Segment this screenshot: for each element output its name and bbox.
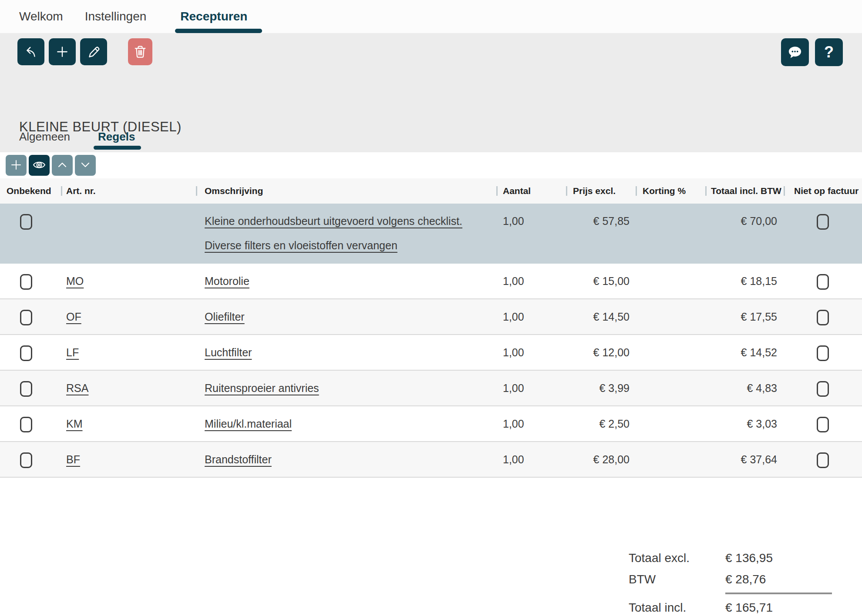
artnr-link[interactable]: OF (66, 311, 81, 323)
total-incl-row: Totaal incl. € 165,71 (629, 597, 832, 616)
niet-op-factuur-checkbox[interactable] (817, 310, 829, 325)
artnr-link[interactable]: RSA (66, 382, 88, 394)
omschrijving-link[interactable]: Luchtfilter (205, 346, 252, 358)
artnr-cell: KM (61, 406, 196, 441)
move-row-up-button[interactable] (52, 155, 73, 176)
total-excl-label: Totaal excl. (629, 551, 725, 565)
header-section: ? KLEINE BEURT (DIESEL) Algemeen Regels (0, 33, 862, 152)
table-row[interactable]: RSA Ruitensproeier antivries 1,00 € 3,99… (0, 371, 862, 406)
onbekend-checkbox[interactable] (20, 452, 32, 468)
aantal-cell: 1,00 (496, 406, 566, 441)
onbekend-checkbox[interactable] (20, 214, 32, 230)
artnr-link[interactable]: MO (66, 275, 84, 287)
chat-button[interactable] (781, 38, 809, 66)
subtab-algemeen[interactable]: Algemeen (19, 130, 70, 150)
omschrijving-cell: Brandstoffilter (196, 442, 496, 477)
onbekend-cell (0, 204, 61, 238)
question-mark-icon: ? (824, 43, 834, 61)
plus-icon (10, 159, 22, 172)
table-row[interactable]: Kleine onderhoudsbeurt uitgevoerd volgen… (0, 204, 862, 264)
korting-cell (636, 264, 705, 274)
chevron-up-icon (56, 159, 68, 172)
table-row[interactable]: MO Motorolie 1,00 € 15,00 € 18,15 (0, 264, 862, 299)
row-toolbar (0, 152, 862, 178)
omschrijving-cell: Oliefilter (196, 299, 496, 334)
niet-op-factuur-checkbox[interactable] (817, 345, 829, 361)
artnr-link[interactable]: LF (66, 346, 79, 358)
delete-button[interactable] (128, 38, 152, 65)
prijs-excl-cell: € 3,99 (566, 371, 636, 405)
subtab-regels[interactable]: Regels (98, 130, 135, 150)
omschrijving-link[interactable]: Oliefilter (205, 311, 245, 323)
aantal-cell: 1,00 (496, 371, 566, 405)
onbekend-checkbox[interactable] (20, 345, 32, 361)
plus-icon (55, 44, 70, 59)
korting-cell (636, 335, 705, 345)
totaal-incl-cell: € 4,83 (705, 371, 784, 405)
add-button[interactable] (49, 38, 76, 65)
onbekend-cell (0, 299, 61, 334)
artnr-cell: OF (61, 299, 196, 334)
omschrijving-link[interactable]: Kleine onderhoudsbeurt uitgevoerd volgen… (205, 215, 462, 251)
totaal-incl-cell: € 18,15 (705, 264, 784, 298)
korting-cell (636, 371, 705, 381)
niet-op-factuur-cell (784, 264, 862, 298)
column-header-aantal: Aantal (496, 186, 566, 196)
table-row[interactable]: KM Milieu/kl.materiaal 1,00 € 2,50 € 3,0… (0, 406, 862, 442)
niet-op-factuur-checkbox[interactable] (817, 452, 829, 468)
niet-op-factuur-cell (784, 406, 862, 441)
column-header-korting: Korting % (636, 186, 705, 196)
view-row-button[interactable] (29, 155, 50, 176)
table-row[interactable]: OF Oliefilter 1,00 € 14,50 € 17,55 (0, 299, 862, 335)
column-header-omschrijving: Omschrijving (196, 186, 496, 196)
toolbar: ? (0, 33, 862, 66)
btw-label: BTW (629, 572, 725, 586)
onbekend-checkbox[interactable] (20, 274, 32, 290)
total-incl-label: Totaal incl. (629, 601, 725, 615)
niet-op-factuur-checkbox[interactable] (817, 381, 829, 397)
tab-instellingen[interactable]: Instellingen (85, 0, 147, 33)
korting-cell (636, 299, 705, 310)
help-button[interactable]: ? (815, 38, 843, 66)
onbekend-checkbox[interactable] (20, 310, 32, 325)
total-incl-value: € 165,71 (725, 601, 832, 615)
artnr-link[interactable]: KM (66, 418, 83, 430)
edit-button[interactable] (80, 38, 107, 65)
artnr-link[interactable]: BF (66, 453, 80, 465)
table-row[interactable]: LF Luchtfilter 1,00 € 12,00 € 14,52 (0, 335, 862, 371)
totaal-incl-cell: € 70,00 (705, 204, 784, 238)
onbekend-checkbox[interactable] (20, 381, 32, 397)
niet-op-factuur-cell (784, 442, 862, 477)
artnr-cell: LF (61, 335, 196, 370)
back-button[interactable] (17, 38, 44, 65)
omschrijving-link[interactable]: Milieu/kl.materiaal (205, 418, 292, 430)
niet-op-factuur-checkbox[interactable] (817, 214, 829, 230)
move-row-down-button[interactable] (75, 155, 96, 176)
btw-value: € 28,76 (725, 572, 832, 586)
omschrijving-cell: Motorolie (196, 264, 496, 298)
regels-panel: Onbekend Art. nr. Omschrijving Aantal Pr… (0, 152, 862, 478)
omschrijving-link[interactable]: Motorolie (205, 275, 249, 287)
omschrijving-link[interactable]: Ruitensproeier antivries (205, 382, 319, 394)
korting-cell (636, 204, 705, 214)
back-arrow-icon (24, 44, 38, 59)
table-row[interactable]: BF Brandstoffilter 1,00 € 28,00 € 37,64 (0, 442, 862, 478)
niet-op-factuur-cell (784, 204, 862, 238)
niet-op-factuur-checkbox[interactable] (817, 274, 829, 290)
onbekend-cell (0, 264, 61, 298)
omschrijving-link[interactable]: Brandstoffilter (205, 453, 272, 465)
btw-row: BTW € 28,76 (629, 569, 832, 590)
prijs-excl-cell: € 28,00 (566, 442, 636, 477)
niet-op-factuur-cell (784, 371, 862, 405)
onbekend-checkbox[interactable] (20, 417, 32, 432)
tab-recepturen[interactable]: Recepturen (180, 0, 247, 33)
niet-op-factuur-cell (784, 299, 862, 334)
eye-icon (32, 159, 46, 172)
add-row-button[interactable] (6, 155, 27, 176)
omschrijving-cell: Milieu/kl.materiaal (196, 406, 496, 441)
prijs-excl-cell: € 15,00 (566, 264, 636, 298)
tab-welkom[interactable]: Welkom (19, 0, 63, 33)
totaal-incl-cell: € 3,03 (705, 406, 784, 441)
artnr-cell (61, 204, 196, 214)
niet-op-factuur-checkbox[interactable] (817, 417, 829, 432)
